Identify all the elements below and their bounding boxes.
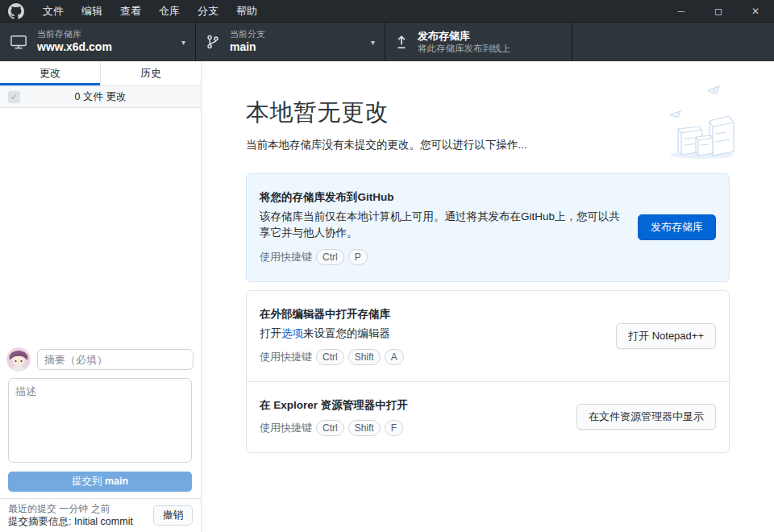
publish-card-title: 将您的存储库发布到GitHub [260, 190, 625, 205]
kbd-ctrl: Ctrl [316, 249, 344, 265]
window-controls: ─ ◻ ✕ [663, 0, 774, 22]
tab-changes[interactable]: 更改 [0, 61, 101, 85]
branch-label: 当前分支 [230, 29, 364, 40]
commit-description-input[interactable] [8, 378, 192, 463]
kbd-p: P [348, 249, 368, 265]
shortcut-label: 使用快捷键 [260, 250, 312, 264]
commit-branch-name: main [105, 476, 128, 487]
recent-commit-time: 最近的提交 一分钟 之前 [8, 503, 153, 516]
commit-summary-input[interactable] [37, 349, 194, 370]
shortcut-label: 使用快捷键 [260, 350, 312, 364]
close-icon[interactable]: ✕ [737, 0, 774, 22]
current-branch-selector[interactable]: 当前分支 main ▾ [196, 23, 385, 61]
publish-card-description: 该存储库当前仅在本地计算机上可用。通过将其发布在GitHub上，您可以共享它并与… [260, 209, 625, 242]
files-changed-count: 0 文件 更改 [0, 90, 201, 104]
menu-file[interactable]: 文件 [34, 0, 73, 22]
show-in-explorer-button[interactable]: 在文件资源管理器中显示 [576, 404, 716, 430]
publish-repository-button[interactable]: 发布存储库 [638, 214, 716, 240]
git-branch-icon [206, 34, 220, 50]
kbd-f: F [385, 420, 403, 436]
recent-commit-summary-value: Initial commit [74, 516, 133, 527]
branch-name: main [230, 40, 364, 55]
repo-name: www.x6d.com [37, 40, 175, 55]
open-in-editor-section: 在外部编辑器中打开存储库 打开选项来设置您的编辑器 使用快捷键 Ctrl Shi… [247, 291, 729, 381]
menu-branch[interactable]: 分支 [189, 0, 227, 22]
select-all-checkbox[interactable]: ✓ [8, 91, 20, 103]
main-content: 本地暂无更改 当前本地存储库没有未提交的更改。您可以进行以下操作... 将您的存… [202, 61, 774, 532]
minimize-icon[interactable]: ─ [663, 0, 700, 22]
publish-repository-toolbar-button[interactable]: 发布存储库 将此存储库发布到线上 [385, 23, 572, 61]
chevron-down-icon: ▾ [371, 38, 375, 47]
actions-card: 在外部编辑器中打开存储库 打开选项来设置您的编辑器 使用快捷键 Ctrl Shi… [246, 290, 730, 453]
undo-button[interactable]: 撤销 [153, 505, 193, 526]
commit-form: 提交到 main [0, 347, 201, 492]
options-link[interactable]: 选项 [281, 327, 303, 339]
publish-card: 将您的存储库发布到GitHub 该存储库当前仅在本地计算机上可用。通过将其发布在… [246, 173, 730, 282]
upload-icon [395, 34, 408, 50]
toolbar: 当前存储库 www.x6d.com ▾ 当前分支 main ▾ 发布 [0, 23, 774, 61]
title-bar: 文件 编辑 查看 仓库 分支 帮助 ─ ◻ ✕ [0, 0, 774, 23]
changed-files-row: ✓ 0 文件 更改 [0, 86, 201, 108]
kbd-a: A [385, 349, 404, 365]
avatar [6, 347, 31, 372]
menu-edit[interactable]: 编辑 [73, 0, 111, 22]
publish-subtitle: 将此存储库发布到线上 [418, 43, 562, 54]
kbd-shift: Shift [348, 420, 381, 436]
empty-state-illustration [664, 81, 740, 164]
kbd-ctrl: Ctrl [316, 420, 344, 436]
sidebar: 更改 历史 ✓ 0 文件 更改 提交到 main [0, 61, 202, 532]
kbd-shift: Shift [348, 349, 381, 365]
menu-bar: 文件 编辑 查看 仓库 分支 帮助 [34, 0, 266, 22]
recent-commit-bar: 最近的提交 一分钟 之前 提交摘要信息: Initial commit 撤销 [0, 498, 201, 532]
open-editor-button[interactable]: 打开 Notepad++ [616, 323, 716, 349]
shortcut-label: 使用快捷键 [260, 421, 312, 435]
menu-view[interactable]: 查看 [111, 0, 150, 22]
menu-help[interactable]: 帮助 [227, 0, 266, 22]
repo-label: 当前存储库 [37, 29, 175, 40]
computer-icon [10, 34, 27, 50]
kbd-ctrl: Ctrl [316, 349, 344, 365]
commit-button[interactable]: 提交到 main [8, 472, 192, 492]
chevron-down-icon: ▾ [181, 38, 185, 47]
sidebar-tabs: 更改 历史 [0, 61, 201, 86]
publish-title: 发布存储库 [418, 30, 562, 43]
explorer-section-title: 在 Explorer 资源管理器中打开 [260, 398, 564, 413]
recent-commit-summary-label: 提交摘要信息: [8, 516, 71, 527]
open-in-explorer-section: 在 Explorer 资源管理器中打开 使用快捷键 Ctrl Shift F 在… [247, 381, 729, 452]
current-repository-selector[interactable]: 当前存储库 www.x6d.com ▾ [0, 23, 196, 61]
github-logo-icon [8, 3, 24, 19]
editor-section-title: 在外部编辑器中打开存储库 [260, 307, 603, 322]
menu-repository[interactable]: 仓库 [150, 0, 189, 22]
maximize-icon[interactable]: ◻ [700, 0, 737, 22]
tab-history[interactable]: 历史 [101, 61, 201, 85]
